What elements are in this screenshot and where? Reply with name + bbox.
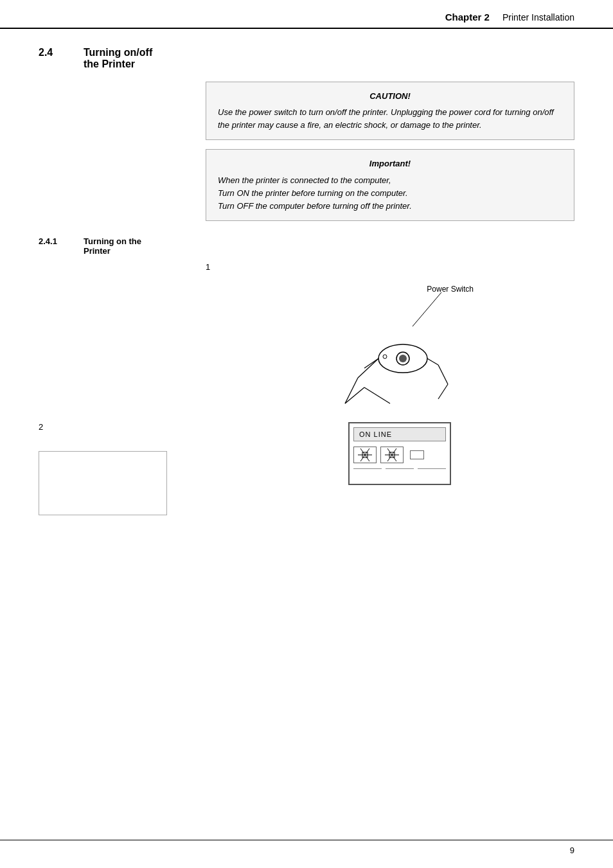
caution-text: Use the power switch to turn on/off the …: [218, 106, 562, 132]
step1-left: [39, 262, 206, 407]
subsection-title: Turning on the Printer: [84, 236, 141, 256]
svg-line-10: [427, 359, 438, 365]
subsection-title-line2: Printer: [84, 246, 111, 256]
important-box: Important! When the printer is connected…: [206, 149, 574, 221]
subsection-title-line1: Turning on the: [84, 236, 141, 246]
svg-line-7: [364, 359, 378, 368]
section-title: Turning on/off the Printer: [84, 47, 152, 70]
step2-left: 2: [39, 422, 206, 515]
page-number: 9: [570, 846, 574, 855]
step1-right: 1 Power Switch: [206, 262, 574, 407]
svg-point-5: [399, 355, 407, 362]
left-panel-box: [39, 451, 167, 515]
page-footer: 9: [0, 840, 613, 855]
svg-line-11: [438, 365, 448, 384]
step2-number: 2: [39, 422, 206, 432]
lcd-button-2: [380, 447, 404, 463]
page-header: Chapter 2 Printer Installation: [0, 0, 613, 29]
lcd-display: ON LINE: [353, 427, 446, 441]
svg-point-6: [383, 355, 387, 359]
power-switch-illustration: [300, 278, 480, 407]
lcd-panel: ON LINE: [348, 422, 451, 485]
section-title-line1: Turning on/off: [84, 47, 152, 58]
important-title: Important!: [218, 157, 562, 170]
lcd-bottom-cell-2: [386, 468, 414, 480]
lcd-btn1-icon: [355, 447, 375, 463]
main-layout: CAUTION! Use the power switch to turn on…: [39, 82, 574, 236]
right-column: CAUTION! Use the power switch to turn on…: [206, 82, 574, 236]
caution-box: CAUTION! Use the power switch to turn on…: [206, 82, 574, 140]
lcd-btn2-icon: [382, 447, 402, 463]
important-line3: Turn OFF the computer before turning off…: [218, 200, 562, 213]
important-line1: When the printer is connected to the com…: [218, 174, 562, 187]
important-line2: Turn ON the printer before turning on th…: [218, 187, 562, 200]
left-column: [39, 82, 206, 236]
step1-number: 1: [206, 262, 574, 272]
subsection-heading: 2.4.1 Turning on the Printer: [39, 236, 574, 256]
page: Chapter 2 Printer Installation 2.4 Turni…: [0, 0, 613, 868]
section-title-line2: the Printer: [84, 58, 135, 69]
svg-line-8: [358, 359, 378, 378]
svg-line-1: [345, 387, 364, 403]
power-switch-area: Power Switch: [206, 278, 574, 407]
chapter-label: Chapter 2: [445, 12, 490, 22]
lcd-button-1: [353, 447, 377, 463]
step1-layout: 1 Power Switch: [39, 262, 574, 407]
svg-line-2: [364, 387, 390, 403]
lcd-rect-btn: [410, 450, 424, 459]
lcd-display-text: ON LINE: [359, 430, 392, 438]
section-number: 2.4: [39, 47, 84, 58]
lcd-bottom-cell-1: [353, 468, 382, 480]
svg-line-12: [438, 384, 448, 399]
step2-layout: 2 ON LINE: [39, 422, 574, 515]
header-title: Printer Installation: [502, 12, 574, 22]
svg-line-9: [345, 378, 358, 403]
section-heading: 2.4 Turning on/off the Printer: [39, 47, 574, 70]
step2-right: ON LINE: [225, 422, 574, 485]
content-area: 2.4 Turning on/off the Printer CAUTION! …: [0, 47, 613, 554]
lcd-buttons-row: [353, 447, 446, 463]
lcd-bottom-cell-3: [418, 468, 446, 480]
lcd-button-3: [410, 450, 424, 459]
svg-line-0: [413, 292, 441, 326]
caution-title: CAUTION!: [218, 90, 562, 103]
subsection-number: 2.4.1: [39, 236, 84, 246]
power-switch-label: Power Switch: [427, 285, 474, 294]
lcd-bottom-row: [353, 468, 446, 480]
